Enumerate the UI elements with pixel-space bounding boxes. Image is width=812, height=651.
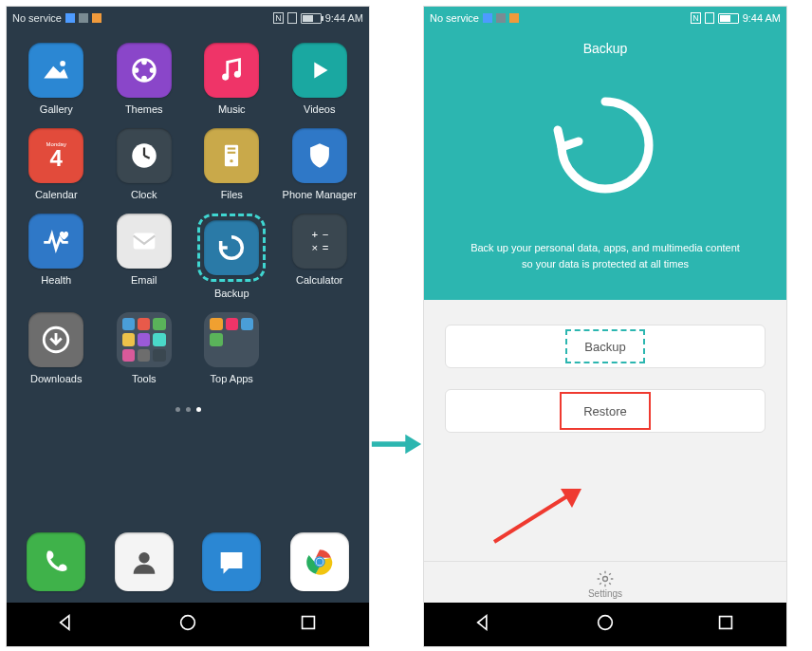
app-label: Health <box>41 274 71 286</box>
svg-point-4 <box>141 76 147 82</box>
app-grid: Gallery Themes Music Videos <box>12 43 363 384</box>
carrier-text: No service <box>430 12 479 24</box>
nav-home-button[interactable] <box>177 612 198 637</box>
svg-point-6 <box>222 74 229 81</box>
transition-arrow-icon <box>370 194 423 457</box>
screen-title: Backup <box>424 29 786 88</box>
app-email[interactable]: Email <box>103 214 185 299</box>
svg-rect-11 <box>228 152 236 154</box>
svg-point-24 <box>181 616 195 630</box>
status-indicator-icon <box>65 13 75 23</box>
app-label: Clock <box>131 189 157 200</box>
app-label: Themes <box>125 103 163 115</box>
app-files[interactable]: Files <box>191 128 272 200</box>
svg-point-12 <box>231 159 233 162</box>
desc-line: Back up your personal data, apps, and mu… <box>447 240 764 256</box>
app-label: Backup <box>214 288 249 299</box>
svg-point-28 <box>599 616 613 630</box>
dock-messages[interactable] <box>202 532 261 591</box>
calendar-day: 4 <box>50 147 63 170</box>
clock-icon <box>117 128 172 183</box>
desc-line: so your data is protected at all times <box>447 256 764 272</box>
folder-icon <box>117 312 172 367</box>
app-label: Calendar <box>35 189 78 200</box>
backup-button[interactable]: Backup <box>445 325 766 368</box>
status-indicator-icon <box>92 13 102 23</box>
page-indicator[interactable] <box>12 407 363 412</box>
app-health[interactable]: Health <box>15 214 97 299</box>
folder-icon <box>204 312 259 367</box>
battery-icon <box>301 13 322 24</box>
home-area: Gallery Themes Music Videos <box>7 29 369 521</box>
dock <box>7 521 369 603</box>
backup-hero-icon <box>548 88 662 202</box>
svg-rect-10 <box>228 148 236 150</box>
dock-contacts[interactable] <box>115 532 174 591</box>
app-label: Gallery <box>40 103 73 115</box>
nav-recent-button[interactable] <box>715 612 736 637</box>
dock-browser[interactable] <box>290 532 349 591</box>
status-indicator-icon <box>509 13 519 23</box>
app-label: Videos <box>304 103 335 115</box>
dock-phone[interactable] <box>27 532 85 591</box>
nav-back-button[interactable] <box>57 612 78 637</box>
svg-point-2 <box>141 60 147 65</box>
downloads-icon <box>28 312 83 367</box>
svg-point-0 <box>61 61 66 66</box>
nav-recent-button[interactable] <box>298 612 319 637</box>
app-backup[interactable]: Backup <box>191 214 272 299</box>
app-downloads[interactable]: Downloads <box>15 312 97 384</box>
svg-point-23 <box>316 558 323 565</box>
videos-icon <box>292 43 347 98</box>
status-indicator-icon <box>483 13 492 23</box>
app-phone-manager[interactable]: Phone Manager <box>279 128 360 200</box>
app-label: Top Apps <box>211 373 253 384</box>
status-bar: No service N 9:44 AM <box>424 7 786 29</box>
settings-label: Settings <box>588 588 622 599</box>
svg-point-19 <box>138 552 149 563</box>
carrier-text: No service <box>12 12 62 24</box>
app-calculator[interactable]: +−×= Calculator <box>279 214 360 299</box>
nav-home-button[interactable] <box>595 612 616 637</box>
health-icon <box>28 214 83 269</box>
button-label: Backup <box>584 340 625 354</box>
button-label: Restore <box>583 404 627 418</box>
svg-text:×: × <box>311 242 318 253</box>
app-gallery[interactable]: Gallery <box>15 43 97 115</box>
files-icon <box>204 128 259 183</box>
app-label: Files <box>221 189 243 200</box>
calculator-icon: +−×= <box>292 214 347 269</box>
app-label: Email <box>131 274 157 286</box>
nfc-icon: N <box>691 12 701 24</box>
settings-button[interactable]: Settings <box>424 561 786 603</box>
svg-text:=: = <box>323 242 329 253</box>
svg-rect-13 <box>133 233 155 250</box>
android-navbar <box>7 603 369 646</box>
calendar-icon: Monday 4 <box>28 128 83 183</box>
app-top-apps-folder[interactable]: Top Apps <box>191 312 272 384</box>
sim-icon <box>287 12 297 24</box>
app-videos[interactable]: Videos <box>279 43 360 115</box>
app-label: Music <box>218 103 246 115</box>
app-themes[interactable]: Themes <box>103 43 185 115</box>
music-icon <box>204 43 259 98</box>
restore-button[interactable]: Restore <box>445 389 766 433</box>
battery-icon <box>718 13 739 24</box>
svg-point-5 <box>149 67 155 73</box>
backup-description: Back up your personal data, apps, and mu… <box>424 240 786 271</box>
app-tools-folder[interactable]: Tools <box>103 312 185 384</box>
highlight-dashed-box <box>197 214 266 282</box>
app-label: Phone Manager <box>283 189 357 200</box>
clock-text: 9:44 AM <box>743 12 781 24</box>
clock-text: 9:44 AM <box>325 12 363 24</box>
app-label: Downloads <box>30 373 82 384</box>
button-area: Backup Restore <box>424 300 786 561</box>
svg-point-3 <box>133 67 138 73</box>
status-bar: No service N 9:44 AM <box>7 7 369 29</box>
gallery-icon <box>28 43 83 98</box>
app-label: Calculator <box>296 274 343 286</box>
app-music[interactable]: Music <box>191 43 272 115</box>
nav-back-button[interactable] <box>474 612 495 637</box>
app-calendar[interactable]: Monday 4 Calendar <box>15 128 97 200</box>
app-clock[interactable]: Clock <box>103 128 185 200</box>
